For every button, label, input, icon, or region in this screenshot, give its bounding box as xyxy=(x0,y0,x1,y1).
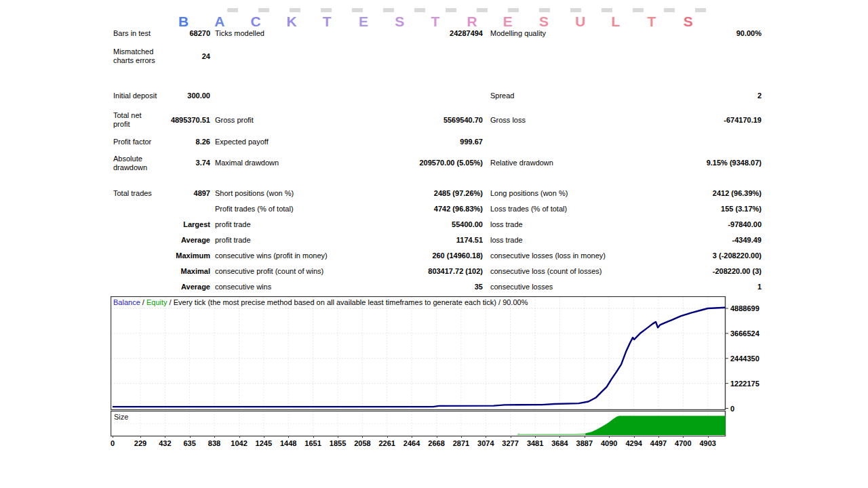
balance-equity-chart: 01222175244435036665244888699 xyxy=(111,296,772,413)
x-tick-label: 2464 xyxy=(403,439,420,447)
report-cell-label: Modelling quality xyxy=(490,29,639,38)
report-cell-value: Maximal xyxy=(159,267,210,276)
x-tick xyxy=(535,436,536,438)
x-tick xyxy=(313,436,314,438)
x-tick xyxy=(437,436,437,438)
report-cell-label: profit trade xyxy=(215,236,378,245)
report-row: Maximalconsecutive profit (count of wins… xyxy=(113,264,762,279)
x-tick-label: 4090 xyxy=(601,439,617,447)
x-tick xyxy=(362,436,363,438)
x-axis: 0229432635838104212451448165118552058226… xyxy=(111,436,772,448)
x-tick xyxy=(559,436,560,438)
report-row: Maximumconsecutive wins (profit in money… xyxy=(113,248,762,264)
report-cell-label: Profit trades (% of total) xyxy=(215,205,378,214)
report-cell-value: 3.74 xyxy=(159,159,210,167)
x-tick xyxy=(239,436,240,438)
report-cell-value: 9.15% (9348.07) xyxy=(639,159,762,167)
report-cell-label: Total trades xyxy=(113,189,159,198)
x-tick-label: 4497 xyxy=(650,439,667,447)
size-label: Size xyxy=(114,413,128,421)
report-cell-label: Long positions (won %) xyxy=(490,189,639,198)
report-cell-value: 155 (3.17%) xyxy=(639,205,762,214)
report-cell-value: 3 (-208220.00) xyxy=(639,251,762,260)
report-cell-label: Expected payoff xyxy=(215,138,378,146)
report-cell-label: consecutive wins (profit in money) xyxy=(215,251,378,260)
legend-part: Balance xyxy=(113,298,140,306)
x-tick xyxy=(658,436,659,438)
report-cell-label: Spread xyxy=(490,92,639,100)
x-tick xyxy=(190,436,191,438)
report-cell-value: Maximum xyxy=(159,251,210,260)
report-cell-value: 2485 (97.26%) xyxy=(378,189,483,198)
x-tick xyxy=(288,436,289,438)
legend-part: / xyxy=(140,298,146,306)
report-cell-value: 2412 (96.39%) xyxy=(639,189,762,198)
x-tick xyxy=(634,436,635,438)
x-tick xyxy=(113,436,113,438)
chart-legend: Balance / Equity / Every tick (the most … xyxy=(113,298,528,306)
x-tick xyxy=(486,436,486,438)
report-cell-label: Maximal drawdown xyxy=(215,159,378,167)
report-cell-value: 1 xyxy=(639,283,762,291)
chart-border xyxy=(111,297,726,410)
report-row: Bars in test68270Ticks modelled24287494M… xyxy=(113,26,762,41)
report-row: Profit trades (% of total)4742 (96.83%)L… xyxy=(113,201,762,217)
backtest-stats-table: Bars in test68270Ticks modelled24287494M… xyxy=(113,26,762,295)
report-cell-value: 8.26 xyxy=(159,138,210,146)
x-tick-label: 1042 xyxy=(231,439,247,447)
x-tick-label: 3277 xyxy=(502,439,518,447)
size-chart-svg: Size xyxy=(111,411,772,436)
report-cell-label: Profit factor xyxy=(113,138,159,146)
report-cell-value: 209570.00 (5.05%) xyxy=(378,159,483,167)
x-tick xyxy=(609,436,610,438)
report-cell-value: 300.00 xyxy=(159,92,210,100)
report-cell-value: 4742 (96.83%) xyxy=(378,205,483,214)
x-tick xyxy=(683,436,684,438)
x-tick-label: 2668 xyxy=(428,439,444,447)
x-tick-label: 432 xyxy=(159,439,171,447)
report-cell-label: Gross loss xyxy=(490,116,639,125)
x-tick xyxy=(165,436,165,438)
report-cell-value: 2 xyxy=(639,92,762,100)
x-tick-label: 2261 xyxy=(378,439,395,447)
x-tick-label: 2058 xyxy=(354,439,370,447)
x-tick xyxy=(264,436,264,438)
report-cell-value: 35 xyxy=(378,283,483,291)
report-cell-value: 803417.72 (102) xyxy=(378,267,483,276)
x-tick-label: 1855 xyxy=(330,439,346,447)
x-tick xyxy=(585,436,585,438)
x-tick-label: 3684 xyxy=(551,439,568,447)
x-tick-label: 1245 xyxy=(256,439,272,447)
balance-chart-svg: 01222175244435036665244888699 xyxy=(111,296,772,411)
report-cell-label: Ticks modelled xyxy=(215,29,378,38)
report-cell-label: profit trade xyxy=(215,220,378,229)
report-cell-value: Average xyxy=(159,283,210,291)
report-cell-value: 1174.51 xyxy=(378,236,483,245)
report-cell-label: consecutive loss (count of losses) xyxy=(490,267,639,276)
x-tick-label: 0 xyxy=(111,439,115,447)
x-tick-label: 4294 xyxy=(625,439,642,447)
report-row: Total trades4897Short positions (won %)2… xyxy=(113,186,762,201)
report-cell-value: -208220.00 (3) xyxy=(639,267,762,276)
report-cell-label: Loss trades (% of total) xyxy=(490,205,639,214)
report-cell-value: 24 xyxy=(159,52,210,61)
x-tick xyxy=(461,436,462,438)
report-cell-label: consecutive wins xyxy=(215,283,378,291)
x-tick-label: 4700 xyxy=(675,439,691,447)
report-cell-value: 24287494 xyxy=(378,29,483,38)
report-cell-label: Relative drawdown xyxy=(490,159,639,167)
report-cell-label: loss trade xyxy=(490,236,639,245)
backtest-report-page: { "title": { "text": "BACKTEST RESULTS",… xyxy=(0,0,868,488)
y-tick-label: 2444350 xyxy=(730,354,760,363)
x-tick-label: 838 xyxy=(208,439,220,447)
report-cell-label: loss trade xyxy=(490,220,639,229)
report-cell-value: 260 (14960.18) xyxy=(378,251,483,260)
x-tick-label: 1651 xyxy=(304,439,321,447)
report-cell-label: Total net profit xyxy=(113,111,159,129)
report-cell-value: -674170.19 xyxy=(639,116,762,125)
report-cell-label: Bars in test xyxy=(113,29,159,38)
x-tick-label: 635 xyxy=(183,439,195,447)
report-row: Initial deposit300.00Spread2 xyxy=(113,84,762,107)
report-cell-value: 5569540.70 xyxy=(378,116,483,125)
report-cell-value: Largest xyxy=(159,220,210,229)
